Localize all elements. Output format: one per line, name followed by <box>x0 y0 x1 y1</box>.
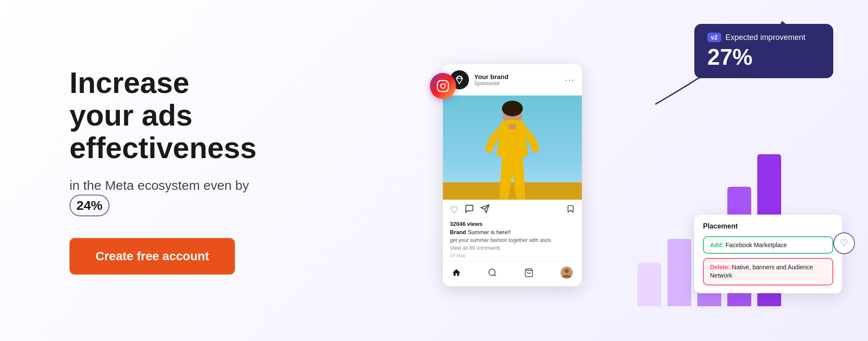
svg-line-12 <box>495 274 496 276</box>
profile-nav-icon[interactable] <box>560 266 573 281</box>
caption-brand: Brand <box>450 228 466 235</box>
subtitle-pre: in the Meta ecosystem even by <box>69 178 249 192</box>
improvement-card-header: v2 Expected improvement <box>707 33 820 42</box>
subtitle: in the Meta ecosystem even by 24% <box>69 176 261 216</box>
caption-text: Summer is here!! <box>466 228 511 235</box>
svg-point-7 <box>502 100 523 116</box>
v2-badge: v2 <box>707 33 721 42</box>
bookmark-icon[interactable] <box>566 204 575 216</box>
post-actions: ♡ <box>443 199 582 220</box>
post-header: Your brand Sponsored ··· <box>443 64 582 95</box>
svg-rect-5 <box>443 182 582 199</box>
post-nav <box>443 261 582 286</box>
sub-caption: get your summer fashion together with as… <box>443 237 582 245</box>
share-icon[interactable] <box>480 204 490 216</box>
right-section: v2 Expected improvement 27% <box>295 0 868 341</box>
svg-point-2 <box>441 84 445 88</box>
svg-rect-8 <box>509 124 516 129</box>
brand-name: Your brand <box>474 73 560 80</box>
headline-line2: effectiveness <box>69 131 257 164</box>
page-wrapper: Increase your ads effectiveness in the M… <box>0 0 868 341</box>
improvement-card: v2 Expected improvement 27% <box>694 24 833 78</box>
subtitle-highlight: 24% <box>69 195 109 216</box>
bar-2 <box>667 239 691 306</box>
post-card: Your brand Sponsored ··· <box>443 64 582 286</box>
post-comments[interactable]: View all 89 comments <box>443 245 582 252</box>
brand-info: Your brand Sponsored <box>474 73 560 86</box>
svg-point-11 <box>489 269 495 275</box>
headline-line1: Increase your ads <box>69 66 192 132</box>
placement-add: Add: Facebook Marketplace <box>703 236 833 254</box>
add-label: Add: <box>710 242 724 248</box>
post-image <box>443 95 582 199</box>
placement-delete: Delete: Native, banners and Audience Net… <box>703 258 833 285</box>
shop-nav-icon[interactable] <box>524 268 534 280</box>
headline: Increase your ads effectiveness <box>69 66 261 164</box>
comment-icon[interactable] <box>465 204 474 216</box>
improvement-percent: 27% <box>707 45 820 70</box>
post-views: 32046 views <box>443 220 582 228</box>
placement-title: Placement <box>703 222 833 230</box>
delete-label: Delete: <box>710 264 730 271</box>
heart-circle-icon: ♡ <box>833 232 855 254</box>
sponsored-label: Sponsored <box>474 80 560 86</box>
placement-card: Placement Add: Facebook Marketplace Dele… <box>694 215 842 293</box>
home-nav-icon[interactable] <box>452 268 461 280</box>
add-text: Facebook Marketplace <box>724 242 787 248</box>
instagram-icon <box>430 73 456 99</box>
create-account-button[interactable]: Create free account <box>69 238 235 275</box>
bar-1 <box>637 263 661 306</box>
search-nav-icon[interactable] <box>488 268 497 280</box>
left-section: Increase your ads effectiveness in the M… <box>0 32 295 309</box>
post-caption: Brand Summer is here!! <box>443 228 582 237</box>
svg-point-3 <box>445 83 446 84</box>
post-date: 14 May <box>443 252 582 261</box>
svg-rect-1 <box>438 81 449 92</box>
svg-point-15 <box>564 268 569 273</box>
more-icon[interactable]: ··· <box>565 75 575 85</box>
improvement-title: Expected improvement <box>726 33 805 42</box>
like-icon[interactable]: ♡ <box>450 204 459 215</box>
